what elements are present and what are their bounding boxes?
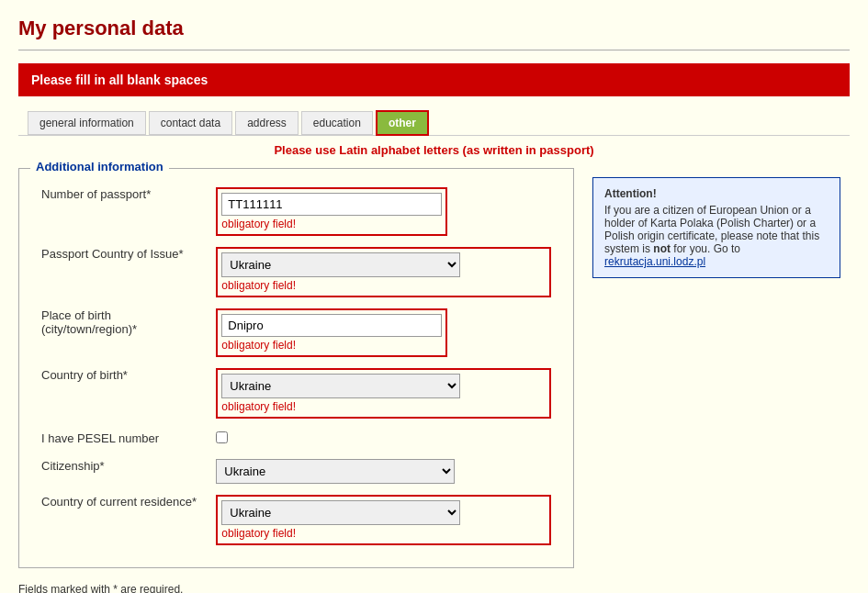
additional-info-section: Additional information Number of passpor… [18, 168, 574, 568]
current-residence-obligatory: obligatory field! [221, 527, 546, 540]
place-birth-error-wrapper: obligatory field! [216, 308, 447, 357]
passport-country-obligatory: obligatory field! [221, 279, 546, 292]
country-birth-label: Country of birth* [34, 363, 209, 424]
passport-input[interactable] [221, 193, 442, 216]
main-content: Additional information Number of passpor… [18, 168, 850, 593]
current-residence-cell: Ukraine Poland Germany France United Kin… [209, 489, 558, 551]
country-birth-row: Country of birth* Ukraine Poland Germany… [34, 363, 558, 424]
attention-text2: for you. Go to [671, 242, 740, 255]
passport-cell: obligatory field! [209, 182, 558, 241]
attention-text: If you are a citizen of European Union o… [604, 204, 829, 268]
tab-contact[interactable]: contact data [149, 111, 232, 135]
place-birth-row: Place of birth (city/town/region)* oblig… [34, 303, 558, 363]
citizenship-row: Citizenship* Ukraine Poland Germany Fran… [34, 453, 558, 489]
attention-not: not [653, 242, 671, 255]
latin-notice: Please use Latin alphabet letters (as wr… [18, 143, 850, 157]
pesel-cell [209, 424, 558, 453]
country-birth-obligatory: obligatory field! [221, 400, 546, 413]
current-residence-label: Country of current residence* [34, 489, 209, 551]
pesel-checkbox[interactable] [216, 431, 228, 443]
tab-other[interactable]: other [376, 110, 429, 136]
alert-banner: Please fill in all blank spaces [18, 63, 850, 96]
place-birth-input[interactable] [221, 314, 442, 337]
side-area: Attention! If you are a citizen of Europ… [592, 168, 850, 278]
place-birth-label: Place of birth (city/town/region)* [34, 303, 209, 363]
passport-error-wrapper: obligatory field! [216, 187, 447, 236]
place-birth-cell: obligatory field! [209, 303, 558, 363]
tabs-row: general information contact data address… [18, 109, 850, 136]
citizenship-label: Citizenship* [34, 453, 209, 489]
fields-note: Fields marked with * are required. [18, 583, 574, 593]
passport-label: Number of passport* [34, 182, 209, 241]
passport-row: Number of passport* obligatory field! [34, 182, 558, 241]
passport-country-cell: Ukraine Poland Germany France United Kin… [209, 241, 558, 303]
form-table: Number of passport* obligatory field! Pa… [34, 182, 558, 551]
passport-country-error-wrapper: Ukraine Poland Germany France United Kin… [216, 247, 551, 297]
passport-country-select[interactable]: Ukraine Poland Germany France United Kin… [221, 252, 460, 277]
current-residence-select[interactable]: Ukraine Poland Germany France United Kin… [221, 500, 460, 525]
current-residence-error-wrapper: Ukraine Poland Germany France United Kin… [216, 495, 551, 545]
section-legend: Additional information [30, 160, 169, 173]
pesel-row: I have PESEL number [34, 424, 558, 453]
attention-link[interactable]: rekrutacja.uni.lodz.pl [604, 255, 705, 268]
tab-address[interactable]: address [235, 111, 299, 135]
passport-obligatory: obligatory field! [221, 218, 442, 230]
pesel-label: I have PESEL number [34, 424, 209, 453]
title-divider [18, 50, 850, 50]
attention-box: Attention! If you are a citizen of Europ… [592, 177, 840, 278]
attention-title: Attention! [604, 187, 829, 200]
country-birth-error-wrapper: Ukraine Poland Germany France United Kin… [216, 368, 551, 419]
page-title: My personal data [18, 17, 850, 40]
citizenship-select[interactable]: Ukraine Poland Germany France United Kin… [216, 459, 455, 484]
tab-general[interactable]: general information [28, 111, 146, 135]
tab-education[interactable]: education [301, 111, 373, 135]
citizenship-cell: Ukraine Poland Germany France United Kin… [209, 453, 558, 489]
form-area: Additional information Number of passpor… [18, 168, 574, 593]
current-residence-row: Country of current residence* Ukraine Po… [34, 489, 558, 551]
passport-country-label: Passport Country of Issue* [34, 241, 209, 303]
place-birth-obligatory: obligatory field! [221, 339, 442, 352]
country-birth-select[interactable]: Ukraine Poland Germany France United Kin… [221, 374, 460, 398]
passport-country-row: Passport Country of Issue* Ukraine Polan… [34, 241, 558, 303]
country-birth-cell: Ukraine Poland Germany France United Kin… [209, 363, 558, 424]
pesel-label-text: I have PESEL number [41, 431, 159, 445]
